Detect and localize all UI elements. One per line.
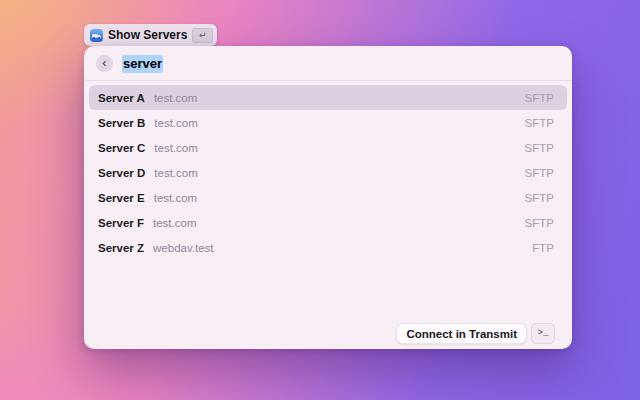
show-servers-button[interactable]: Show Servers ↵	[84, 24, 217, 46]
server-row[interactable]: Server D test.com SFTP	[89, 160, 567, 185]
server-protocol: SFTP	[525, 142, 554, 154]
selected-query-text: server	[122, 55, 163, 73]
server-name: Server E	[98, 192, 145, 204]
return-key-icon: ↵	[192, 28, 213, 43]
server-row[interactable]: Server A test.com SFTP	[89, 85, 567, 110]
search-input[interactable]: server	[122, 56, 560, 71]
server-row[interactable]: Server Z webdav.test FTP	[89, 235, 567, 260]
footer-actions: Connect in Transmit >_	[396, 323, 555, 344]
server-host: test.com	[153, 217, 196, 229]
server-protocol: SFTP	[525, 217, 554, 229]
chevron-left-icon: ‹	[102, 56, 106, 69]
server-name: Server A	[98, 92, 145, 104]
transmit-app-icon	[90, 29, 103, 42]
quick-connect-panel: ‹ server Server A test.com SFTP Server B…	[84, 46, 572, 349]
server-row[interactable]: Server B test.com SFTP	[89, 110, 567, 135]
server-row[interactable]: Server E test.com SFTP	[89, 185, 567, 210]
server-host: test.com	[154, 167, 197, 179]
server-row[interactable]: Server C test.com SFTP	[89, 135, 567, 160]
back-button[interactable]: ‹	[96, 55, 113, 72]
search-bar: ‹ server	[84, 46, 572, 81]
server-name: Server Z	[98, 242, 144, 254]
server-host: test.com	[154, 92, 197, 104]
show-servers-label: Show Servers	[108, 28, 187, 42]
connect-button-label: Connect in Transmit	[406, 328, 517, 340]
server-name: Server F	[98, 217, 144, 229]
server-name: Server B	[98, 117, 145, 129]
server-host: test.com	[154, 142, 197, 154]
server-host: test.com	[154, 117, 197, 129]
server-list: Server A test.com SFTP Server B test.com…	[84, 81, 572, 260]
terminal-key-icon: >_	[531, 323, 555, 344]
server-protocol: SFTP	[525, 117, 554, 129]
server-protocol: SFTP	[525, 167, 554, 179]
server-name: Server C	[98, 142, 145, 154]
server-protocol: SFTP	[525, 192, 554, 204]
server-protocol: FTP	[532, 242, 554, 254]
server-row[interactable]: Server F test.com SFTP	[89, 210, 567, 235]
server-host: test.com	[154, 192, 197, 204]
server-protocol: SFTP	[525, 92, 554, 104]
server-host: webdav.test	[153, 242, 214, 254]
server-name: Server D	[98, 167, 145, 179]
connect-in-transmit-button[interactable]: Connect in Transmit	[396, 323, 527, 344]
